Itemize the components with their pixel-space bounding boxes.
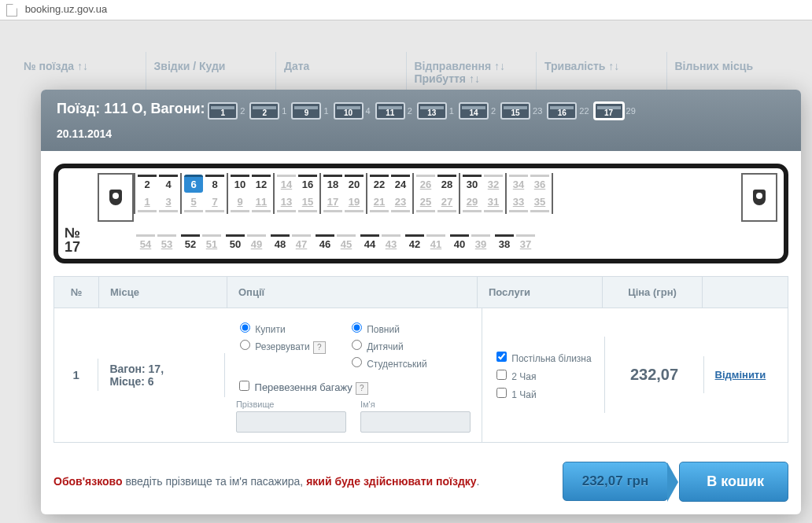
- seat-46[interactable]: 46: [316, 234, 334, 252]
- seat-33: 33: [509, 194, 528, 212]
- seat-2[interactable]: 2: [138, 175, 157, 193]
- seat-19: 19: [345, 194, 364, 212]
- row-index: 1: [54, 359, 98, 391]
- seat-17: 17: [323, 194, 342, 212]
- wagon-16[interactable]: 1622: [547, 102, 589, 120]
- seat-10[interactable]: 10: [231, 175, 249, 193]
- seat-53: 53: [157, 234, 176, 252]
- seat-23: 23: [391, 194, 410, 212]
- seat-45: 45: [337, 234, 356, 252]
- tea2-checkbox[interactable]: 2 Чая: [493, 367, 594, 382]
- seat-35: 35: [530, 194, 549, 212]
- baggage-checkbox[interactable]: Перевезення багажу?: [236, 381, 368, 393]
- bedding-checkbox[interactable]: Постільна білизна: [493, 349, 594, 364]
- reserve-radio[interactable]: Резервувати?: [236, 337, 326, 354]
- seat-24[interactable]: 24: [391, 175, 410, 193]
- seat-25: 25: [416, 194, 435, 212]
- seat-40[interactable]: 40: [450, 234, 469, 252]
- seat-36: 36: [530, 175, 549, 193]
- total-price: 232,07 грн: [563, 462, 668, 501]
- modal-footer: Обов'язково введіть прізвище та ім'я пас…: [54, 462, 788, 502]
- seat-44[interactable]: 44: [360, 234, 379, 252]
- results-header-bg: № поїзда ↑↓Звідки / КудиДатаВідправлення…: [16, 20, 796, 93]
- wagon-10[interactable]: 104: [334, 102, 371, 120]
- seat-21: 21: [370, 194, 389, 212]
- page-icon: [6, 4, 17, 17]
- wagon-13[interactable]: 131: [417, 102, 454, 120]
- seat-32: 32: [484, 175, 503, 193]
- toilet-icon: [741, 173, 777, 222]
- cancel-link[interactable]: Відмінити: [715, 369, 766, 381]
- seat-7: 7: [205, 194, 224, 212]
- seat-6[interactable]: 6: [184, 175, 203, 193]
- seat-1: 1: [138, 194, 157, 212]
- seat-20[interactable]: 20: [345, 175, 364, 193]
- address-bar: booking.uz.gov.ua: [0, 0, 812, 20]
- surname-input[interactable]: [236, 411, 346, 433]
- seat-48[interactable]: 48: [271, 234, 290, 252]
- seat-4[interactable]: 4: [159, 175, 178, 193]
- wagon-11[interactable]: 112: [375, 102, 412, 120]
- booking-header: № Місце Опції Послуги Ціна (грн): [54, 277, 788, 308]
- coach-number-label: №17: [65, 226, 94, 254]
- seat-52[interactable]: 52: [181, 234, 200, 252]
- seat-8[interactable]: 8: [205, 175, 224, 193]
- booking-row: 1 Вагон: 17,Місце: 6 Купити Резервувати?…: [54, 308, 788, 442]
- seat-info: Вагон: 17,Місце: 6: [98, 353, 224, 397]
- seat-13: 13: [277, 194, 296, 212]
- wagon-2[interactable]: 21: [249, 102, 286, 120]
- modal-header: Поїзд: 111 О, Вагони: 122191104112131142…: [41, 90, 801, 151]
- seat-42[interactable]: 42: [405, 234, 424, 252]
- seat-34: 34: [509, 175, 528, 193]
- seat-3: 3: [159, 194, 178, 212]
- train-date: 20.11.2014: [57, 127, 754, 140]
- help-icon[interactable]: ?: [313, 341, 326, 354]
- seat-selection-modal: ✕ Поїзд: 111 О, Вагони: 1221911041121311…: [41, 90, 801, 514]
- wagon-17[interactable]: 1729: [594, 102, 636, 120]
- buy-radio[interactable]: Купити: [236, 320, 326, 335]
- seat-18[interactable]: 18: [323, 175, 342, 193]
- seat-11: 11: [252, 194, 271, 212]
- train-title: Поїзд: 111 О, Вагони:: [57, 101, 205, 116]
- firstname-input[interactable]: [360, 411, 471, 433]
- seat-16[interactable]: 16: [298, 175, 317, 193]
- wagon-1[interactable]: 12: [208, 102, 245, 120]
- seat-26: 26: [416, 175, 435, 193]
- seat-51: 51: [202, 234, 221, 252]
- seat-49: 49: [247, 234, 266, 252]
- wagon-15[interactable]: 1523: [500, 102, 542, 120]
- seat-41: 41: [426, 234, 445, 252]
- booking-table: № Місце Опції Послуги Ціна (грн) 1 Вагон…: [54, 276, 788, 443]
- seat-28[interactable]: 28: [437, 175, 456, 193]
- seat-47: 47: [292, 234, 311, 252]
- seat-15: 15: [298, 194, 317, 212]
- add-to-cart-button[interactable]: В кошик: [679, 462, 788, 502]
- seat-50[interactable]: 50: [226, 234, 245, 252]
- help-icon[interactable]: ?: [356, 382, 368, 395]
- seat-12[interactable]: 12: [252, 175, 271, 193]
- row-price: 232,07: [605, 356, 703, 393]
- seat-39: 39: [471, 234, 490, 252]
- student-fare-radio[interactable]: Студентський: [348, 355, 427, 370]
- seat-map: №17 241368571012911141613151820171922242…: [54, 164, 788, 263]
- services-cell: Постільна білизна 2 Чая 1 Чай: [482, 337, 606, 413]
- seat-14: 14: [277, 175, 296, 193]
- seat-43: 43: [382, 234, 400, 252]
- seat-29: 29: [463, 194, 482, 212]
- url-text: booking.uz.gov.ua: [25, 3, 108, 15]
- wagon-14[interactable]: 142: [459, 102, 496, 120]
- seat-38[interactable]: 38: [495, 234, 514, 252]
- required-warning: Обов'язково введіть прізвище та ім'я пас…: [54, 475, 552, 488]
- full-fare-radio[interactable]: Повний: [348, 320, 427, 335]
- seat-37: 37: [516, 234, 535, 252]
- seat-27: 27: [437, 194, 456, 212]
- seat-54: 54: [136, 234, 155, 252]
- seat-30[interactable]: 30: [463, 175, 482, 193]
- seat-22[interactable]: 22: [370, 175, 389, 193]
- tea1-checkbox[interactable]: 1 Чай: [493, 385, 594, 400]
- child-fare-radio[interactable]: Дитячий: [348, 337, 427, 352]
- wagon-9[interactable]: 91: [291, 102, 328, 120]
- seat-31: 31: [484, 194, 503, 212]
- seat-5: 5: [184, 194, 203, 212]
- seat-9: 9: [231, 194, 249, 212]
